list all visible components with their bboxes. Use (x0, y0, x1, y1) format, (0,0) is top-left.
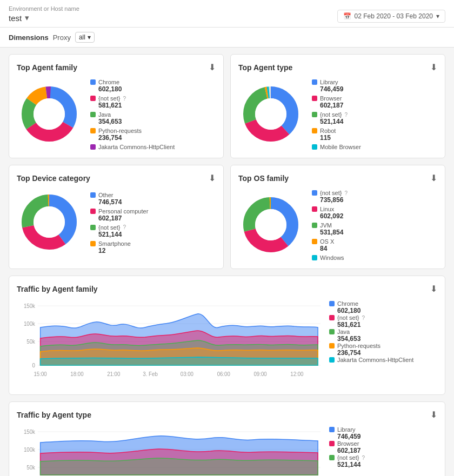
env-label: Environment or Host name (9, 5, 79, 12)
traffic-agent-family-download-button[interactable]: ⬇ (430, 284, 437, 294)
legend-value-java: 354,653 (90, 118, 175, 125)
all-filter-select[interactable]: all ▾ (75, 32, 95, 43)
legend-label-linux: Linux (320, 206, 334, 212)
traffic-legend-label-python: Python-requests (337, 343, 380, 349)
traffic-legend-value-python: 236,754 (329, 349, 437, 357)
traffic-type-legend-notset: {not set} ? 521,144 (329, 454, 437, 468)
second-charts-row: Top Device category ⬇ (9, 165, 445, 269)
traffic-type-legend-value-notset: 521,144 (329, 461, 437, 468)
top-agent-family-content: Chrome 602,180 {not set} ? 581,621 (17, 79, 216, 150)
legend-label-windows: Windows (320, 254, 344, 261)
svg-point-13 (255, 98, 286, 130)
legend-value-library: 746,459 (312, 85, 361, 93)
top-device-category-content: Other 746,574 Personal computer 602,187 (17, 190, 216, 256)
traffic-type-legend-label-browser: Browser (337, 440, 359, 447)
svg-text:150k: 150k (24, 429, 35, 435)
traffic-type-legend-value-library: 746,459 (329, 433, 437, 440)
legend-item-windows: Windows (312, 254, 348, 261)
all-filter-value: all (79, 33, 85, 41)
top-os-family-download-button[interactable]: ⬇ (430, 173, 437, 183)
traffic-agent-type-chart: 150k 100k 50k (17, 426, 321, 476)
traffic-agent-family-content: 150k 100k 50k 0 (17, 300, 437, 387)
traffic-legend-label-notset: {not set} (337, 314, 359, 321)
svg-text:15:00: 15:00 (34, 371, 47, 377)
legend-item-java: Java 354,653 (90, 111, 175, 125)
legend-label-notset: {not set} (98, 95, 120, 102)
legend-item-robot: Robot 115 (312, 128, 361, 142)
top-device-category-title: Top Device category (17, 174, 90, 183)
top-device-category-download-button[interactable]: ⬇ (209, 173, 216, 183)
date-range-selector[interactable]: 📅 02 Feb 2020 - 03 Feb 2020 ▾ (337, 10, 445, 23)
legend-value-notset2: 521,144 (312, 118, 361, 125)
svg-text:09:00: 09:00 (253, 371, 267, 377)
traffic-type-legend-library: Library 746,459 (329, 426, 437, 440)
legend-label-notset-os: {not set} (320, 190, 342, 196)
top-agent-type-download-button[interactable]: ⬇ (430, 62, 437, 72)
legend-item-smartphone: Smartphone 12 (90, 240, 148, 254)
legend-label-notset3: {not set} (98, 224, 120, 231)
top-os-family-title: Top OS family (238, 174, 289, 183)
env-value: test (9, 14, 22, 23)
top-agent-family-legend: Chrome 602,180 {not set} ? 581,621 (90, 79, 175, 150)
traffic-agent-family-legend: Chrome 602,180 {not set} ? 581,621 Jav (329, 300, 437, 387)
legend-label-jakarta: Jakarta Commons-HttpClient (98, 144, 175, 150)
traffic-legend-java: Java 354,653 (329, 328, 437, 343)
legend-item-python: Python-requests 236,754 (90, 128, 175, 142)
svg-text:21:00: 21:00 (107, 371, 121, 377)
legend-item-pc: Personal computer 602,187 (90, 208, 148, 222)
date-range-chevron-icon: ▾ (436, 12, 439, 20)
env-selector[interactable]: Environment or Host name test ▾ (9, 5, 79, 23)
legend-item-osx: OS X 84 (312, 238, 348, 252)
traffic-type-legend-browser: Browser 602,187 (329, 440, 437, 454)
traffic-type-legend-value-browser: 602,187 (329, 447, 437, 454)
calendar-icon: 📅 (343, 12, 351, 20)
legend-label-mobile-browser: Mobile Browser (320, 144, 361, 150)
traffic-legend-python: Python-requests 236,754 (329, 343, 437, 357)
top-agent-family-download-button[interactable]: ⬇ (209, 62, 216, 72)
legend-label-python: Python-requests (98, 128, 142, 134)
notset2-help-icon: ? (344, 112, 348, 118)
traffic-agent-type-download-button[interactable]: ⬇ (430, 410, 437, 420)
legend-label-notset2: {not set} (320, 111, 342, 118)
legend-value-notset: 581,621 (90, 102, 175, 109)
legend-item-notset2: {not set} ? 521,144 (312, 111, 361, 125)
traffic-agent-family-card: Traffic by Agent family ⬇ 150k 100k 50k … (9, 276, 445, 395)
date-range-value: 02 Feb 2020 - 03 Feb 2020 (355, 12, 433, 20)
svg-text:100k: 100k (24, 321, 35, 327)
svg-point-26 (255, 209, 286, 240)
top-agent-type-title: Top Agent type (238, 63, 292, 72)
legend-label-jvm: JVM (320, 222, 332, 229)
legend-value-pc: 602,187 (90, 214, 148, 222)
top-device-category-legend: Other 746,574 Personal computer 602,187 (90, 192, 148, 254)
traffic-legend-label-java: Java (337, 328, 350, 335)
traffic-type-notset-help-icon: ? (362, 455, 365, 461)
traffic-agent-family-title: Traffic by Agent family (17, 285, 98, 293)
traffic-legend-value-chrome: 602,180 (329, 307, 437, 314)
top-agent-type-card: Top Agent type ⬇ (230, 54, 445, 158)
svg-text:50k: 50k (26, 465, 35, 471)
top-agent-type-content: Library 746,459 Browser 602,187 (238, 79, 437, 150)
top-agent-family-card: Top Agent family ⬇ (9, 54, 224, 158)
traffic-agent-family-chart: 150k 100k 50k 0 (17, 300, 321, 387)
env-dropdown-icon[interactable]: ▾ (25, 13, 29, 23)
svg-point-19 (34, 206, 65, 238)
top-device-category-donut (17, 190, 82, 256)
toolbar: Dimensions Proxy all ▾ (0, 28, 454, 48)
legend-item-jvm: JVM 531,854 (312, 222, 348, 236)
legend-label-chrome: Chrome (98, 79, 119, 85)
svg-text:0: 0 (32, 363, 36, 368)
legend-value-browser: 602,187 (312, 102, 361, 109)
svg-point-6 (34, 98, 65, 130)
traffic-legend-chrome: Chrome 602,180 (329, 300, 437, 314)
svg-text:12:00: 12:00 (290, 371, 304, 377)
traffic-legend-value-java: 354,653 (329, 335, 437, 343)
top-device-category-card: Top Device category ⬇ (9, 165, 224, 269)
legend-label-browser: Browser (320, 95, 342, 102)
legend-value-jvm: 531,854 (312, 229, 348, 236)
header: Environment or Host name test ▾ 📅 02 Feb… (0, 0, 454, 28)
legend-item-notset-os: {not set} ? 735,856 (312, 190, 348, 204)
svg-text:06:00: 06:00 (217, 371, 231, 377)
traffic-legend-value-notset: 581,621 (329, 321, 437, 328)
dimensions-label: Dimensions (9, 33, 49, 42)
traffic-agent-type-content: 150k 100k 50k (17, 426, 437, 476)
